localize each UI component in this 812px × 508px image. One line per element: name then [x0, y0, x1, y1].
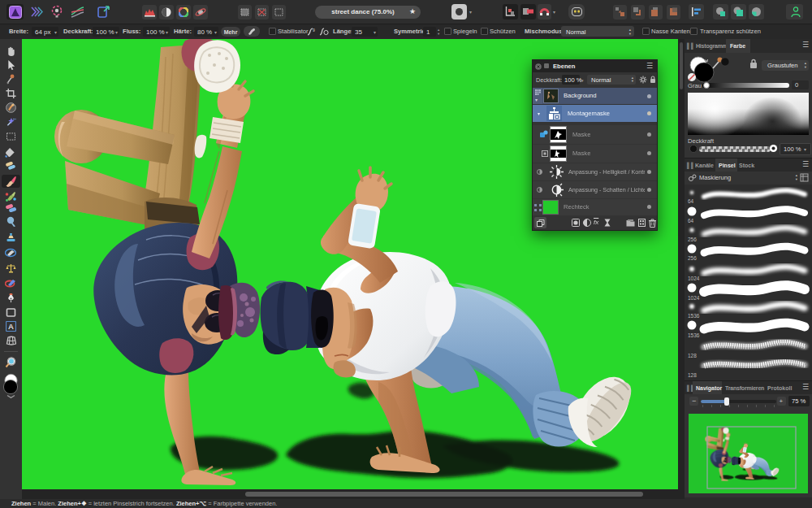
svg-text:A: A [8, 322, 14, 331]
svg-text:9: 9 [313, 28, 315, 33]
